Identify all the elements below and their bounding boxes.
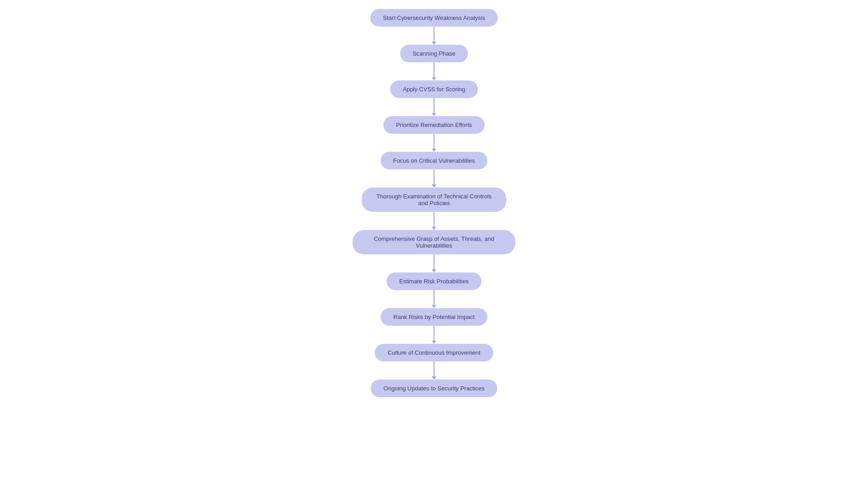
connector-line <box>434 361 434 376</box>
connector-line <box>434 169 434 184</box>
connector-line <box>434 326 434 341</box>
flow-node-prioritize: Prioritize Remediation Efforts <box>383 116 485 134</box>
flow-connector-0 <box>432 27 436 45</box>
flow-node-estimate: Estimate Risk Probabilities <box>387 272 481 290</box>
flow-connector-6 <box>432 254 436 272</box>
flow-connector-4 <box>432 169 436 188</box>
connector-line <box>434 27 434 42</box>
connector-line <box>434 254 434 269</box>
connector-arrow <box>432 42 436 45</box>
flow-node-rank: Rank Risks by Potential Impact <box>381 308 487 326</box>
connector-arrow <box>432 113 436 116</box>
flow-node-scanning: Scanning Phase <box>400 45 468 62</box>
flow-node-ongoing: Ongoing Updates to Security Practices <box>371 380 497 397</box>
connector-arrow <box>432 305 436 308</box>
flow-node-cvss: Apply CVSS for Scoring <box>390 80 478 98</box>
connector-line <box>434 134 434 149</box>
connector-line <box>434 98 434 113</box>
flow-connector-9 <box>432 361 436 380</box>
connector-arrow <box>432 269 436 272</box>
flow-connector-1 <box>432 62 436 80</box>
connector-arrow <box>432 376 436 380</box>
flow-node-start: Start Cybersecurity Weakness Analysis <box>370 9 498 27</box>
connector-line <box>434 62 434 77</box>
flow-connector-8 <box>432 326 436 344</box>
connector-arrow <box>432 184 436 188</box>
connector-arrow <box>432 149 436 152</box>
connector-line <box>434 212 434 227</box>
flow-node-culture: Culture of Continuous Improvement <box>375 344 493 361</box>
flow-connector-3 <box>432 134 436 152</box>
connector-arrow <box>432 341 436 344</box>
flow-connector-7 <box>432 290 436 308</box>
connector-line <box>434 290 434 305</box>
flow-connector-5 <box>432 212 436 230</box>
flow-node-examination: Thorough Examination of Technical Contro… <box>362 188 506 212</box>
flowchart: Start Cybersecurity Weakness AnalysisSca… <box>0 0 868 406</box>
connector-arrow <box>432 77 436 80</box>
flow-node-focus: Focus on Critical Vulnerabilities <box>381 152 488 169</box>
flow-connector-2 <box>432 98 436 116</box>
flow-node-grasp: Comprehensive Grasp of Assets, Threats, … <box>353 230 515 254</box>
connector-arrow <box>432 227 436 230</box>
